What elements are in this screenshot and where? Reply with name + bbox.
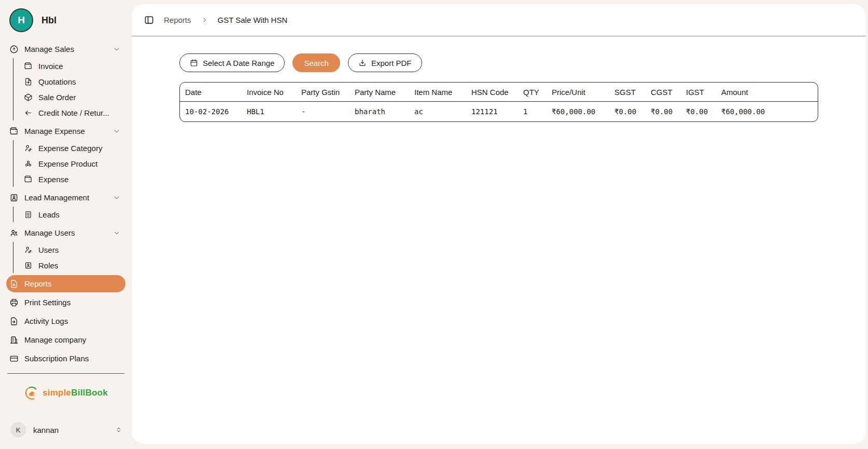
credit-card-icon: [9, 354, 19, 363]
company-brand[interactable]: H Hbl: [0, 0, 132, 38]
export-pdf-button[interactable]: Export PDF: [348, 53, 422, 72]
sidebar-item-label: Sale Order: [38, 93, 76, 102]
rupee-circle-icon: ₹: [9, 45, 19, 54]
sidebar-item-activity-logs[interactable]: Activity Logs: [6, 312, 125, 330]
date-range-label: Select A Date Range: [203, 59, 274, 67]
user-menu[interactable]: K kannan: [0, 418, 132, 442]
sidebar-item-leads[interactable]: Leads: [13, 207, 125, 222]
sidebar-toggle-icon[interactable]: [144, 15, 154, 25]
sidebar-item-roles[interactable]: Roles: [13, 257, 125, 273]
document-lines-icon: [24, 210, 33, 219]
column-header-invoice-no: Invoice No: [242, 83, 296, 102]
sidebar-item-label: Quotations: [38, 77, 76, 86]
sidebar-group-label: Lead Management: [24, 193, 89, 202]
package-icon: [24, 93, 33, 102]
sidebar-item-print-settings[interactable]: Print Settings: [6, 294, 125, 311]
chevron-up-down-icon: [115, 426, 122, 433]
sidebar-item-label: Manage company: [24, 335, 86, 344]
svg-text:₹: ₹: [12, 47, 15, 52]
column-header-party-name: Party Name: [349, 83, 409, 102]
simplebillbook-logo-icon: [24, 385, 39, 401]
column-header-sgst: SGST: [609, 83, 646, 102]
sidebar-group-manage-expense[interactable]: Manage Expense: [6, 123, 125, 139]
sidebar-item-label: Expense Category: [38, 144, 102, 153]
user-edit-icon: [24, 246, 33, 254]
cell-item-name: ac: [409, 102, 466, 121]
sidebar-item-subscription-plans[interactable]: Subscription Plans: [6, 350, 125, 367]
report-toolbar: Select A Date Range Search Export PDF: [179, 53, 818, 72]
column-header-price-unit: Price/Unit: [547, 83, 609, 102]
sidebar-item-expense-product[interactable]: Expense Product: [13, 156, 125, 171]
table-header-row: Date Invoice No Party Gstin Party Name I…: [180, 83, 818, 102]
chevron-down-icon: [113, 194, 120, 201]
cell-party-name: bharath: [349, 102, 409, 121]
company-name: Hbl: [41, 15, 57, 26]
users-icon: [9, 228, 19, 238]
cell-party-gstin: -: [296, 102, 349, 121]
report-content: Select A Date Range Search Export PDF: [132, 36, 866, 122]
id-card-icon: [9, 193, 19, 202]
company-avatar: H: [9, 8, 33, 32]
breadcrumb-parent[interactable]: Reports: [164, 16, 191, 24]
column-header-date: Date: [180, 83, 242, 102]
column-header-cgst: CGST: [646, 83, 681, 102]
id-badge-icon: [24, 261, 33, 270]
cell-date: 10-02-2026: [180, 102, 242, 121]
cell-cgst: ₹0.00: [646, 102, 681, 121]
sidebar-item-label: Users: [38, 246, 59, 254]
user-avatar: K: [10, 422, 26, 438]
sidebar-item-manage-company[interactable]: Manage company: [6, 331, 125, 348]
sidebar-item-label: Print Settings: [24, 298, 71, 307]
calendar-icon: [190, 59, 198, 67]
cell-hsn-code: 121121: [466, 102, 518, 121]
cluster-icon: [24, 159, 33, 168]
sidebar-group-lead-management[interactable]: Lead Management: [6, 189, 125, 206]
column-header-qty: QTY: [518, 83, 547, 102]
cell-price-unit: ₹60,000.00: [547, 102, 609, 121]
cell-invoice-no: HBL1: [242, 102, 296, 121]
export-pdf-label: Export PDF: [371, 59, 412, 67]
column-header-item-name: Item Name: [409, 83, 466, 102]
return-arrow-icon: [24, 108, 33, 117]
sidebar-item-label: Reports: [24, 279, 52, 288]
table-row: 10-02-2026 HBL1 - bharath ac 121121 1 ₹6…: [180, 102, 818, 121]
date-range-button[interactable]: Select A Date Range: [179, 53, 285, 72]
sidebar-item-invoice[interactable]: Invoice: [13, 58, 125, 74]
download-icon: [358, 59, 367, 67]
topbar: Reports GST Sale With HSN: [132, 4, 866, 36]
activity-log-icon: [9, 317, 19, 326]
column-header-party-gstin: Party Gstin: [296, 83, 349, 102]
chevron-down-icon: [113, 46, 120, 53]
sidebar-item-label: Roles: [38, 261, 58, 270]
cell-sgst: ₹0.00: [609, 102, 646, 121]
chevron-down-icon: [113, 229, 120, 237]
wallet-icon: [24, 175, 33, 184]
report-table: Date Invoice No Party Gstin Party Name I…: [179, 82, 818, 122]
sidebar-item-sale-order[interactable]: Sale Order: [13, 89, 125, 105]
sidebar-item-expense-category[interactable]: Expense Category: [13, 140, 125, 156]
chevron-right-icon: [201, 17, 208, 23]
user-edit-icon: [24, 144, 33, 153]
sidebar-divider: [7, 373, 124, 374]
cell-qty: 1: [518, 102, 547, 121]
search-button[interactable]: Search: [292, 53, 340, 72]
sidebar-item-label: Subscription Plans: [24, 354, 89, 363]
simplebillbook-logo: simpleBillBook: [0, 385, 132, 401]
sidebar-item-label: Credit Note / Retur...: [38, 108, 109, 117]
sidebar-item-quotations[interactable]: Quotations: [13, 74, 125, 89]
sidebar-item-users[interactable]: Users: [13, 242, 125, 257]
sidebar-item-expense[interactable]: Expense: [13, 171, 125, 187]
sidebar-nav: ₹ Manage Sales Invoice: [0, 38, 132, 367]
column-header-amount: Amount: [716, 83, 818, 102]
sidebar-group-label: Manage Sales: [24, 45, 74, 53]
column-header-hsn-code: HSN Code: [466, 83, 518, 102]
sidebar-item-reports[interactable]: Reports: [6, 275, 125, 292]
sidebar-group-manage-users[interactable]: Manage Users: [6, 225, 125, 241]
sidebar-item-label: Expense Product: [38, 159, 97, 168]
sidebar: H Hbl ₹ Manage Sales Invoice: [0, 0, 132, 449]
sidebar-group-manage-sales[interactable]: ₹ Manage Sales: [6, 41, 125, 57]
wallet-icon: [24, 62, 33, 71]
sidebar-item-credit-note[interactable]: Credit Note / Retur...: [13, 105, 125, 120]
simplebillbook-logo-text: simpleBillBook: [43, 388, 108, 398]
cell-amount: ₹60,000.00: [716, 102, 818, 121]
